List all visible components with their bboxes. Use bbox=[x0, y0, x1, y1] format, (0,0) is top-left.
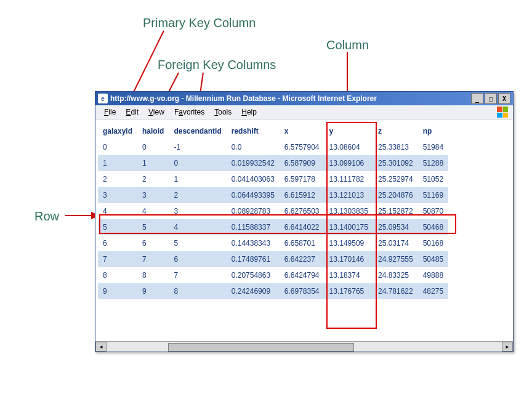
table-cell: 6.6276503 bbox=[280, 203, 324, 219]
table-cell: 50168 bbox=[418, 235, 448, 251]
table-cell: 0 bbox=[169, 155, 226, 171]
menubar: File Edit View Favorites Tools Help bbox=[95, 105, 513, 119]
table-cell: 3 bbox=[169, 203, 226, 219]
table-cell: 0.0 bbox=[227, 139, 280, 155]
table-cell: 0.20754863 bbox=[227, 267, 280, 283]
scroll-thumb[interactable] bbox=[168, 343, 354, 352]
titlebar: e http://www.g-vo.org - Millennium Run D… bbox=[95, 92, 513, 105]
table-cell: 13.1303835 bbox=[324, 203, 373, 219]
table-cell: 8 bbox=[169, 283, 226, 299]
table-cell: 6.6424794 bbox=[280, 267, 324, 283]
table-cell: 25.33813 bbox=[373, 139, 418, 155]
table-cell: 0.17489761 bbox=[227, 251, 280, 267]
col-header-redshift: redshift bbox=[227, 123, 280, 139]
table-cell: 1 bbox=[137, 155, 169, 171]
table-cell: 24.781622 bbox=[373, 283, 418, 299]
table-row: 3320.0644933956.61591213.12101325.204876… bbox=[98, 187, 448, 203]
table-row: 7760.174897616.64223713.17014624.9275555… bbox=[98, 251, 448, 267]
scroll-right-button[interactable]: ► bbox=[502, 342, 513, 352]
table-cell: 6.658701 bbox=[280, 235, 324, 251]
annotation-primary-key: Primary Key Column bbox=[143, 16, 256, 30]
table-cell: 8 bbox=[137, 267, 169, 283]
table-cell: 6 bbox=[137, 235, 169, 251]
table-cell: 25.204876 bbox=[373, 187, 418, 203]
table-cell: 2 bbox=[137, 171, 169, 187]
table-cell: 0.08928783 bbox=[227, 203, 280, 219]
table-cell: 5 bbox=[169, 235, 226, 251]
table-cell: 25.152872 bbox=[373, 203, 418, 219]
table-cell: 25.252974 bbox=[373, 171, 418, 187]
table-row: 5540.115883376.641402213.140017525.09534… bbox=[98, 219, 448, 235]
menu-view[interactable]: View bbox=[143, 107, 169, 118]
table-cell: 51052 bbox=[418, 171, 448, 187]
table-cell: 13.170146 bbox=[324, 251, 373, 267]
table-cell: 9 bbox=[98, 283, 137, 299]
table-row: 6650.144383436.65870113.14950925.0317450… bbox=[98, 235, 448, 251]
table-row: 00-10.06.575790413.0860425.3381351984 bbox=[98, 139, 448, 155]
table-cell: 4 bbox=[169, 219, 226, 235]
table-row: 8870.207548636.642479413.1837424.8332549… bbox=[98, 267, 448, 283]
col-header-x: x bbox=[280, 123, 324, 139]
col-header-descendantid: descendantid bbox=[169, 123, 226, 139]
table-cell: 50468 bbox=[418, 219, 448, 235]
col-header-haloid: haloid bbox=[137, 123, 169, 139]
annotation-foreign-keys: Foreign Key Columns bbox=[158, 58, 276, 72]
col-header-galaxyid: galaxyid bbox=[98, 123, 137, 139]
ie-icon: e bbox=[98, 94, 108, 103]
table-cell: 6.5757904 bbox=[280, 139, 324, 155]
table-cell: 6.6978354 bbox=[280, 283, 324, 299]
table-cell: 1 bbox=[98, 155, 137, 171]
table-cell: 25.03174 bbox=[373, 235, 418, 251]
menu-tools[interactable]: Tools bbox=[209, 107, 236, 118]
table-cell: 8 bbox=[98, 267, 137, 283]
table-cell: 7 bbox=[137, 251, 169, 267]
table-cell: 13.111782 bbox=[324, 171, 373, 187]
table-cell: 6 bbox=[169, 251, 226, 267]
table-cell: 7 bbox=[169, 267, 226, 283]
table-cell: 6.6414022 bbox=[280, 219, 324, 235]
menu-favorites[interactable]: Favorites bbox=[169, 107, 209, 118]
table-cell: 0.064493395 bbox=[227, 187, 280, 203]
maximize-button[interactable]: □ bbox=[485, 93, 497, 104]
table-cell: 13.18374 bbox=[324, 267, 373, 283]
table-cell: 0 bbox=[98, 139, 137, 155]
table-cell: 51984 bbox=[418, 139, 448, 155]
table-cell: 6 bbox=[98, 235, 137, 251]
table-cell: 2 bbox=[169, 187, 226, 203]
table-cell: 6.642237 bbox=[280, 251, 324, 267]
annotation-column: Column bbox=[326, 38, 369, 52]
close-button[interactable]: X bbox=[498, 93, 510, 104]
table-cell: 51169 bbox=[418, 187, 448, 203]
window-title: http://www.g-vo.org - Millennium Run Dat… bbox=[110, 94, 471, 103]
table-cell: 24.927555 bbox=[373, 251, 418, 267]
table-cell: 0.019932542 bbox=[227, 155, 280, 171]
horizontal-scrollbar[interactable]: ◄ ► bbox=[95, 341, 513, 352]
table-cell: 13.121013 bbox=[324, 187, 373, 203]
table-cell: 13.1400175 bbox=[324, 219, 373, 235]
table-cell: 3 bbox=[98, 187, 137, 203]
table-cell: 51288 bbox=[418, 155, 448, 171]
table-cell: 50870 bbox=[418, 203, 448, 219]
table-row: 2210.0414030636.59717813.11178225.252974… bbox=[98, 171, 448, 187]
windows-logo-icon bbox=[497, 107, 508, 118]
table-cell: 50485 bbox=[418, 251, 448, 267]
table-cell: 49888 bbox=[418, 267, 448, 283]
table-cell: 48275 bbox=[418, 283, 448, 299]
table-cell: 6.615912 bbox=[280, 187, 324, 203]
col-header-np: np bbox=[418, 123, 448, 139]
col-header-y: y bbox=[324, 123, 373, 139]
table-cell: 1 bbox=[169, 171, 226, 187]
scroll-left-button[interactable]: ◄ bbox=[95, 342, 107, 352]
menu-edit[interactable]: Edit bbox=[121, 107, 143, 118]
table-row: 9980.242469096.697835413.17676524.781622… bbox=[98, 283, 448, 299]
table-row: 4430.089287836.627650313.130383525.15287… bbox=[98, 203, 448, 219]
table-cell: 13.149509 bbox=[324, 235, 373, 251]
menu-file[interactable]: File bbox=[99, 107, 121, 118]
table-cell: 7 bbox=[98, 251, 137, 267]
table-cell: 0 bbox=[137, 139, 169, 155]
scroll-track[interactable] bbox=[107, 342, 502, 351]
minimize-button[interactable]: _ bbox=[471, 93, 483, 104]
menu-help[interactable]: Help bbox=[236, 107, 262, 118]
table-row: 1100.0199325426.58790913.09910625.301092… bbox=[98, 155, 448, 171]
table-cell: 4 bbox=[98, 203, 137, 219]
